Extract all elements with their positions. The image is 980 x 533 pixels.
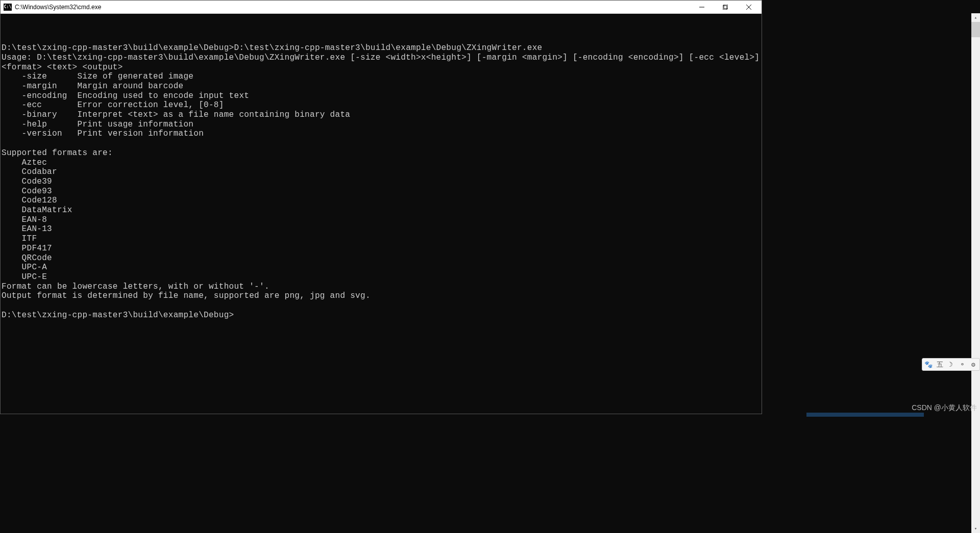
tray-dot-icon[interactable]: ⚬ (958, 361, 966, 369)
option-size: -size Size of generated image (2, 72, 193, 81)
close-button[interactable] (737, 1, 761, 14)
cmd-window: C:\ C:\Windows\System32\cmd.exe D:\test\… (0, 0, 762, 414)
format-note: Format can be lowercase letters, with or… (2, 282, 270, 291)
console-content: D:\test\zxing-cpp-master3\build\example\… (2, 34, 761, 320)
minimize-button[interactable] (690, 1, 714, 14)
option-help: -help Print usage information (2, 120, 193, 129)
option-version: -version Print version information (2, 129, 204, 138)
scroll-up-button[interactable]: ▴ (971, 13, 980, 22)
prompt: D:\test\zxing-cpp-master3\build\example\… (2, 311, 234, 320)
tray-paw-icon[interactable]: 🐾 (924, 361, 933, 369)
taskbar-preview (806, 413, 924, 417)
format-note: Output format is determined by file name… (2, 291, 371, 300)
tray-moon-icon[interactable]: ☽ (947, 361, 955, 369)
window-controls (690, 1, 761, 14)
option-binary: -binary Interpret <text> as a file name … (2, 110, 350, 119)
svg-rect-2 (724, 5, 728, 9)
tray-gear-icon[interactable]: ⚙ (969, 361, 977, 369)
format-item: ITF (2, 234, 37, 243)
console-area[interactable]: D:\test\zxing-cpp-master3\build\example\… (1, 14, 762, 414)
svg-rect-1 (723, 6, 727, 10)
maximize-button[interactable] (714, 1, 737, 14)
format-item: Code39 (2, 177, 52, 186)
usage-text: Usage: D:\test\zxing-cpp-master3\build\e… (2, 53, 762, 72)
format-item: Code93 (2, 187, 52, 196)
format-item: EAN-13 (2, 224, 52, 234)
format-item: PDF417 (2, 244, 52, 253)
format-item: Code128 (2, 196, 57, 205)
title-bar[interactable]: C:\ C:\Windows\System32\cmd.exe (1, 1, 762, 14)
format-item: Codabar (2, 167, 57, 176)
format-item: QRCode (2, 253, 52, 263)
scroll-down-button[interactable]: ▾ (971, 524, 980, 533)
formats-header: Supported formats are: (2, 148, 113, 158)
option-margin: -margin Margin around barcode (2, 82, 183, 91)
cmd-icon: C:\ (4, 4, 12, 11)
prompt: D:\test\zxing-cpp-master3\build\example\… (2, 43, 234, 53)
watermark-text: CSDN @小黄人软件 (912, 403, 977, 413)
option-ecc: -ecc Error correction level, [0-8] (2, 100, 224, 110)
format-item: EAN-8 (2, 215, 47, 224)
scroll-thumb[interactable] (971, 22, 980, 37)
ime-tray: 🐾 五 ☽ ⚬ ⚙ (922, 358, 980, 371)
format-item: DataMatrix (2, 206, 72, 215)
option-encoding: -encoding Encoding used to encode input … (2, 91, 249, 100)
format-item: UPC-A (2, 263, 47, 272)
window-title: C:\Windows\System32\cmd.exe (15, 4, 690, 11)
tray-ime-icon[interactable]: 五 (936, 361, 944, 369)
format-item: UPC-E (2, 272, 47, 282)
vertical-scrollbar[interactable]: ▴ ▾ (971, 13, 980, 533)
scroll-track[interactable] (971, 22, 980, 524)
format-item: Aztec (2, 158, 47, 167)
command: D:\test\zxing-cpp-master3\build\example\… (234, 43, 542, 53)
